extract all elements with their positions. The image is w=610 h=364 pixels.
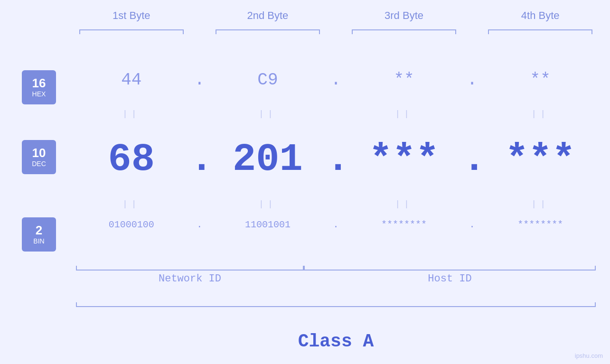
- eq-4: ||: [488, 109, 592, 119]
- bin-byte-3: ********: [352, 219, 456, 230]
- dec-byte-2: 201: [216, 138, 320, 182]
- col-header-1: 1st Byte: [79, 9, 184, 22]
- bin-byte-1: 01000100: [79, 219, 184, 230]
- hex-dot-1: .: [190, 70, 209, 90]
- hex-byte-4: **: [488, 70, 592, 90]
- full-bottom-bracket: [76, 302, 596, 307]
- eq-2: ||: [216, 109, 320, 119]
- column-headers: 1st Byte 2nd Byte 3rd Byte 4th Byte: [76, 9, 596, 22]
- class-label: Class A: [76, 331, 596, 352]
- eq-dec-4: ||: [488, 199, 592, 209]
- eq-3: ||: [352, 109, 456, 119]
- host-id-bracket: [304, 266, 596, 271]
- top-bracket-2: [216, 29, 320, 34]
- hex-dot-2: .: [326, 70, 345, 90]
- network-id-label: Network ID: [76, 273, 304, 285]
- bin-badge-number: 2: [36, 224, 42, 236]
- dec-dot-1: .: [190, 138, 209, 182]
- bin-dot-3: .: [463, 219, 482, 230]
- hex-byte-1: 44: [79, 70, 184, 90]
- bin-dot-2: .: [326, 219, 345, 230]
- top-brackets: [76, 29, 596, 34]
- hex-dot-3: .: [463, 70, 482, 90]
- hex-byte-2: C9: [216, 70, 320, 90]
- col-header-3: 3rd Byte: [352, 9, 456, 22]
- col-header-2: 2nd Byte: [216, 9, 320, 22]
- top-bracket-3: [352, 29, 456, 34]
- dec-byte-4: ***: [488, 138, 592, 182]
- eq-dec-1: ||: [79, 199, 184, 209]
- bin-byte-2: 11001001: [216, 219, 320, 230]
- net-host-labels: Network ID Host ID: [76, 273, 596, 285]
- dec-dot-3: .: [463, 138, 482, 182]
- hex-badge-number: 16: [32, 77, 46, 89]
- dec-byte-3: ***: [352, 138, 456, 182]
- top-bracket-4: [488, 29, 592, 34]
- bin-badge: 2 BIN: [22, 217, 56, 252]
- eq-1: ||: [79, 109, 184, 119]
- watermark: ipshu.com: [575, 352, 603, 359]
- top-bracket-1: [79, 29, 184, 34]
- bin-badge-label: BIN: [33, 237, 44, 245]
- dec-byte-1: 68: [79, 138, 184, 182]
- network-id-bracket: [76, 266, 304, 271]
- net-host-brackets: [76, 266, 596, 271]
- dec-dot-2: .: [326, 138, 345, 182]
- hex-badge: 16 HEX: [22, 70, 56, 104]
- dec-badge: 10 DEC: [22, 140, 56, 174]
- host-id-label: Host ID: [304, 273, 596, 285]
- bin-row: 01000100 . 11001001 . ******** . *******…: [76, 219, 596, 230]
- eq-dec-2: ||: [216, 199, 320, 209]
- bin-dot-1: .: [190, 219, 209, 230]
- col-header-4: 4th Byte: [488, 9, 592, 22]
- hex-row: 44 . C9 . ** . **: [76, 70, 596, 90]
- hex-byte-3: **: [352, 70, 456, 90]
- eq-dec-3: ||: [352, 199, 456, 209]
- hex-badge-label: HEX: [32, 90, 46, 98]
- equals-dec-bin: || || || ||: [76, 199, 596, 209]
- bin-byte-4: ********: [488, 219, 592, 230]
- dec-row: 68 . 201 . *** . ***: [76, 138, 596, 182]
- dec-badge-number: 10: [32, 147, 46, 159]
- main-layout: 1st Byte 2nd Byte 3rd Byte 4th Byte 16 H…: [0, 0, 610, 364]
- equals-hex-dec: || || || ||: [76, 109, 596, 119]
- dec-badge-label: DEC: [32, 160, 46, 168]
